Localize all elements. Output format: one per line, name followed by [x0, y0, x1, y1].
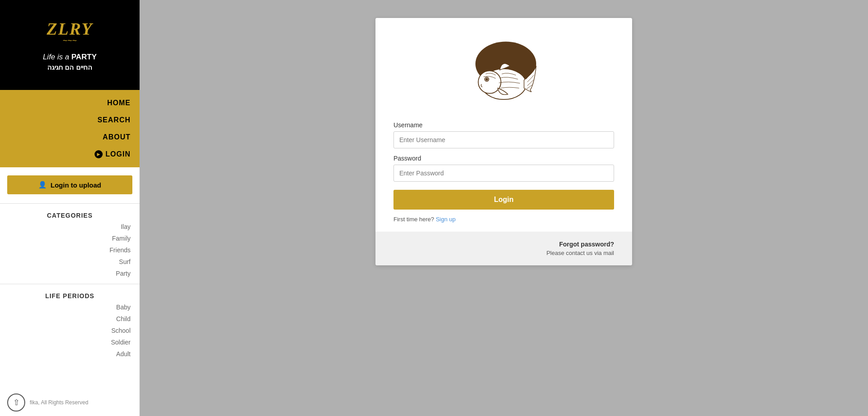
nav-login[interactable]: ► LOGIN — [0, 146, 140, 163]
life-periods-title: LIFE PERIODS — [0, 289, 140, 301]
nav-search[interactable]: SEARCH — [0, 112, 140, 129]
nav-login-label: LOGIN — [105, 150, 131, 158]
username-input[interactable] — [393, 131, 614, 148]
login-button[interactable]: Login — [393, 190, 614, 210]
login-form-upper: Username Password Login First time here?… — [375, 18, 632, 232]
main-content: Username Password Login First time here?… — [140, 0, 868, 416]
sidebar-footer: ⇧ fika, All Rights Reserved — [0, 389, 140, 416]
period-child[interactable]: Child — [0, 313, 140, 325]
svg-point-2 — [478, 71, 501, 93]
footer-text: fika, All Rights Reserved — [30, 399, 88, 406]
nav-about[interactable]: ABOUT — [0, 129, 140, 146]
login-circle-icon: ► — [95, 150, 103, 158]
first-time-text: First time here? Sign up — [393, 216, 614, 223]
login-to-upload-button[interactable]: 👤 Login to upload — [7, 175, 132, 194]
period-baby[interactable]: Baby — [0, 301, 140, 313]
login-to-upload-label: Login to upload — [50, 181, 101, 189]
tagline-bold: PARTY — [71, 53, 96, 61]
nav-home[interactable]: HOME — [0, 94, 140, 112]
divider-life-periods — [0, 284, 140, 284]
sign-up-link[interactable]: Sign up — [436, 216, 456, 223]
contact-mail-text: Please contact us via mail — [393, 250, 614, 256]
password-input[interactable] — [393, 165, 614, 182]
tagline-hebrew: החיים הם חגיגה — [47, 63, 92, 72]
period-school[interactable]: School — [0, 325, 140, 336]
sidebar-header: ZLRY ~~~ Life is a PARTY החיים הם חגיגה — [0, 0, 140, 90]
sidebar: ZLRY ~~~ Life is a PARTY החיים הם חגיגה … — [0, 0, 140, 416]
first-time-label: First time here? — [393, 216, 434, 223]
category-ilay[interactable]: Ilay — [0, 221, 140, 233]
categories-title: CATEGORIES — [0, 208, 140, 221]
username-label: Username — [393, 121, 614, 129]
tagline-prefix: Life is a — [43, 53, 71, 61]
password-label: Password — [393, 155, 614, 162]
sidebar-nav: HOME SEARCH ABOUT ► LOGIN — [0, 90, 140, 167]
category-surf[interactable]: Surf — [0, 256, 140, 268]
scroll-top-button[interactable]: ⇧ — [7, 394, 25, 412]
divider-categories — [0, 203, 140, 204]
category-friends[interactable]: Friends — [0, 244, 140, 256]
login-box: Username Password Login First time here?… — [375, 18, 632, 265]
login-arrow-icon: ► — [96, 151, 102, 157]
period-soldier[interactable]: Soldier — [0, 336, 140, 348]
period-adult[interactable]: Adult — [0, 348, 140, 360]
login-form-lower: Forgot password? Please contact us via m… — [375, 232, 632, 265]
tagline-english: Life is a PARTY — [43, 53, 97, 62]
forgot-password-text: Forgot password? — [393, 241, 614, 248]
fish-illustration — [463, 31, 544, 112]
fish-logo — [393, 31, 614, 112]
category-family[interactable]: Family — [0, 233, 140, 244]
logo-wave: ~~~ — [63, 36, 77, 45]
svg-point-4 — [486, 78, 488, 80]
user-icon: 👤 — [38, 181, 47, 189]
category-party[interactable]: Party — [0, 268, 140, 279]
